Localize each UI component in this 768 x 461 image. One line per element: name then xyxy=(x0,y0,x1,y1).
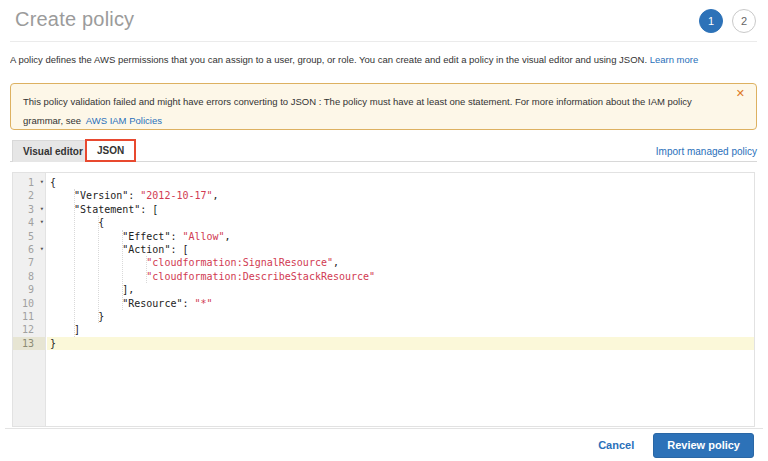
code-line-8[interactable]: "cloudformation:DescribeStackResource" xyxy=(47,270,754,283)
code-line-11[interactable]: } xyxy=(47,310,754,323)
gutter-line-number: 13 xyxy=(13,337,45,350)
fold-arrow-icon[interactable]: ▾ xyxy=(40,243,44,256)
code-line-5[interactable]: "Effect": "Allow", xyxy=(47,230,754,243)
gutter-line-number: 10 xyxy=(13,297,45,310)
import-managed-policy-link[interactable]: Import managed policy xyxy=(656,146,757,157)
code-line-13[interactable]: } xyxy=(47,337,754,350)
intro-text: A policy defines the AWS permissions tha… xyxy=(10,54,647,65)
code-line-1[interactable]: { xyxy=(47,176,754,189)
tab-json-label: JSON xyxy=(97,145,124,156)
gutter-line-number[interactable]: 4▾ xyxy=(13,216,45,229)
fold-arrow-icon[interactable]: ▾ xyxy=(40,176,44,189)
step-2-indicator: 2 xyxy=(732,9,756,33)
fold-arrow-icon[interactable]: ▾ xyxy=(40,216,44,229)
code-line-10[interactable]: "Resource": "*" xyxy=(47,297,754,310)
tab-json[interactable]: JSON xyxy=(85,139,136,162)
close-icon[interactable]: ✕ xyxy=(736,88,745,99)
step-1-indicator: 1 xyxy=(699,9,723,33)
json-editor-gutter: 1▾23▾4▾56▾78910111213 xyxy=(13,173,46,426)
gutter-line-number: 9 xyxy=(13,283,45,296)
tab-visual-editor-label: Visual editor xyxy=(23,146,83,157)
code-line-7[interactable]: "cloudformation:SignalResource", xyxy=(47,256,754,269)
json-editor[interactable]: 1▾23▾4▾56▾78910111213 { "Version": "2012… xyxy=(12,172,755,427)
tab-visual-editor[interactable]: Visual editor xyxy=(12,140,94,162)
json-editor-code[interactable]: { "Version": "2012-10-17", "Statement": … xyxy=(47,173,754,426)
code-line-2[interactable]: "Version": "2012-10-17", xyxy=(47,189,754,202)
step-indicator: 1 2 xyxy=(699,9,756,33)
gutter-line-number: 11 xyxy=(13,310,45,323)
cancel-button[interactable]: Cancel xyxy=(598,439,634,451)
gutter-line-number: 8 xyxy=(13,270,45,283)
learn-more-link[interactable]: Learn more xyxy=(650,54,699,65)
gutter-line-number[interactable]: 6▾ xyxy=(13,243,45,256)
gutter-line-number: 5 xyxy=(13,230,45,243)
code-line-12[interactable]: ] xyxy=(47,323,754,336)
code-line-6[interactable]: "Action": [ xyxy=(47,243,754,256)
json-editor-lines[interactable]: { "Version": "2012-10-17", "Statement": … xyxy=(47,176,754,350)
fold-arrow-icon[interactable]: ▾ xyxy=(40,203,44,216)
page-title: Create policy xyxy=(15,8,134,31)
validation-warning-banner: This policy validation failed and might … xyxy=(10,83,757,130)
intro-paragraph: A policy defines the AWS permissions tha… xyxy=(10,54,758,65)
code-line-4[interactable]: { xyxy=(47,216,754,229)
review-policy-button[interactable]: Review policy xyxy=(653,433,754,458)
code-line-9[interactable]: ], xyxy=(47,283,754,296)
gutter-line-number: 7 xyxy=(13,256,45,269)
aws-iam-policies-link[interactable]: AWS IAM Policies xyxy=(86,115,162,126)
gutter-line-number: 12 xyxy=(13,323,45,336)
title-divider xyxy=(10,41,757,42)
gutter-line-number[interactable]: 1▾ xyxy=(13,176,45,189)
gutter-line-number[interactable]: 3▾ xyxy=(13,203,45,216)
footer-actions: Cancel Review policy xyxy=(5,428,763,461)
create-policy-page: Create policy 1 2 A policy defines the A… xyxy=(0,0,768,461)
editor-tabbar: Visual editor JSON Import managed policy xyxy=(10,139,757,162)
code-line-3[interactable]: "Statement": [ xyxy=(47,203,754,216)
gutter-line-number: 2 xyxy=(13,189,45,202)
